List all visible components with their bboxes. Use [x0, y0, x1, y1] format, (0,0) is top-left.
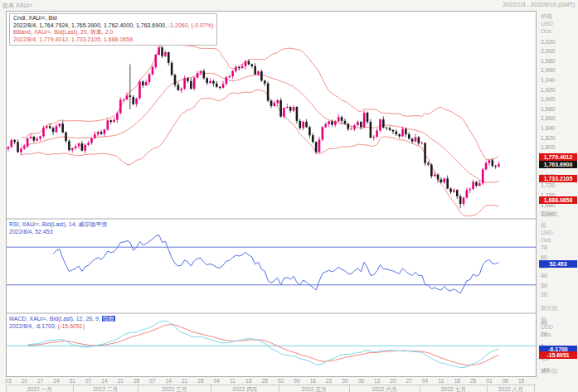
macd-axis-tick: 20 — [541, 332, 547, 338]
candle-change-values: -1.2060, (-0.07%) — [168, 22, 213, 28]
price-scale-mode-toggle[interactable]: 百分比 — [541, 211, 558, 217]
price-price-badge: 1,688.0658 — [539, 196, 577, 204]
price-axis-tick: 1,900 — [541, 96, 556, 103]
rsi-scale-mode-toggle[interactable]: 百分比 — [541, 305, 558, 312]
price-price-badge: 1,779.4012 — [539, 153, 577, 161]
time-axis-day-tick: 28 — [134, 378, 139, 384]
time-axis-month-label: 2022 七月 — [420, 385, 487, 392]
time-axis-day-tick: 25 — [470, 378, 476, 384]
time-axis-day-tick: 10 — [22, 378, 27, 384]
rsi-panel-legend[interactable]: RSI, XAU/=, Bid(Last), 14, 威尔德平滑 2022/8/… — [9, 221, 107, 235]
time-axis-day-tick: 20 — [390, 378, 396, 384]
rsi-values-line: 2022/8/4, 52.453 — [9, 229, 107, 236]
time-axis-day-tick: 07 — [85, 378, 91, 384]
rsi-price-badge: 52.453 — [539, 260, 577, 268]
time-axis-month-label: 2022 六月 — [349, 385, 420, 392]
time-axis-day-tick: 01 — [486, 378, 492, 384]
price-axis-tick: 1,840 — [541, 125, 556, 132]
macd-series-params: MACD, XAU/=, Bid(Last), 12, 26, 9, — [9, 316, 102, 322]
time-axis-day-tick: 30 — [342, 378, 347, 384]
rsi-axis-unit-label: Ozs — [541, 237, 551, 244]
price-axis-tick: 1,860 — [541, 115, 556, 122]
price-axis-tick: 1,920 — [541, 87, 556, 94]
price-axis-tick: 2,020 — [541, 39, 556, 46]
macd-price-badge: -15.6051 — [539, 351, 577, 359]
rsi-layer — [7, 235, 536, 293]
time-axis-day-tick: 21 — [182, 378, 187, 384]
price-price-badge: 1,763.6900 — [539, 161, 577, 168]
macd-method-chip: 指数 — [102, 316, 115, 322]
candle-ohlc-values: 2022/8/4, 1,764.7924, 1,765.3900, 1,762.… — [13, 22, 168, 28]
right-value-axis[interactable]: 价格USDOzs2,0202,0001,9801,9601,9401,9201,… — [539, 11, 578, 379]
time-axis-day-tick: 03 — [5, 378, 11, 384]
price-panel-legend[interactable]: Cndl, XAU/=, Bid 2022/8/4, 1,764.7924, 1… — [9, 13, 217, 46]
time-axis-day-tick: 06 — [358, 378, 364, 384]
rsi-axis-unit-label: 值 — [541, 222, 546, 229]
time-axis-day-tick: 16 — [310, 378, 316, 384]
time-axis-month-label: 2022 五月 — [279, 385, 349, 392]
time-axis-day-tick: 09 — [294, 378, 299, 384]
time-axis-day-tick: 14 — [101, 378, 107, 384]
rsi-series-label: RSI, XAU/=, Bid(Last), 14, 威尔德平滑 — [9, 221, 107, 229]
time-axis-month-label: 2022 一月 — [6, 385, 73, 392]
price-axis-unit-label: USD — [541, 21, 553, 27]
candles-layer — [7, 44, 500, 208]
price-axis-unit-label: 价格 — [541, 13, 552, 20]
candle-series-label: Cndl, XAU/=, Bid — [13, 15, 213, 22]
time-axis-month-label: 2022 三月 — [138, 385, 211, 392]
time-axis-month-label: 2022 八月 — [487, 385, 535, 392]
time-axis-day-tick: 14 — [166, 378, 172, 384]
macd-series-label: MACD, XAU/=, Bid(Last), 12, 26, 9, 指数 — [9, 316, 115, 323]
rsi-axis-tick: 30 — [541, 283, 547, 289]
price-axis-unit-label: Ozs — [541, 28, 551, 35]
macd-line-value: 2022/8/4, -6.1700, — [9, 323, 58, 329]
chart-window: 图表 XAU/= 2022/1/3 - 2022/8/16 (GMT) Cndl… — [0, 0, 578, 392]
price-axis-tick: 1,940 — [541, 77, 556, 84]
price-axis-tick: 1,960 — [541, 67, 556, 74]
rsi-axis-unit-label: USD — [541, 230, 553, 236]
bollinger-bands-layer — [21, 40, 498, 216]
time-axis-day-tick: 11 — [439, 378, 444, 384]
time-axis-day-tick: 27 — [406, 378, 412, 384]
time-axis[interactable]: 2022 一月2022 二月2022 三月2022 四月2022 五月2022 … — [6, 378, 537, 392]
time-axis-day-tick: 15 — [518, 378, 524, 384]
bband-series-label: BBand, XAU/=, Bid(Last), 20, 简单, 2.0 — [13, 29, 213, 36]
price-axis-tick: 1,820 — [541, 135, 556, 142]
macd-panel-legend[interactable]: MACD, XAU/=, Bid(Last), 12, 26, 9, 指数 20… — [9, 316, 115, 330]
rsi-axis-tick: 20 — [541, 292, 547, 298]
time-axis-day-tick: 31 — [70, 378, 75, 384]
time-axis-day-tick: 08 — [503, 378, 508, 384]
price-price-badge: 1,733.2105 — [539, 175, 577, 182]
macd-values-line: 2022/8/4, -6.1700, (-15.6051) — [9, 323, 115, 331]
macd-signal-value: (-15.6051) — [58, 323, 85, 329]
price-axis-tick: 1,880 — [541, 106, 556, 113]
time-axis-day-tick: 21 — [118, 378, 124, 384]
price-axis-tick: 2,000 — [541, 48, 556, 55]
candle-values-line: 2022/8/4, 1,764.7924, 1,765.3900, 1,762.… — [13, 22, 213, 30]
date-range-label: 2022/1/3 - 2022/8/16 (GMT) — [503, 2, 575, 7]
rsi-axis-tick: 70 — [541, 244, 547, 251]
time-axis-month-label: 2022 四月 — [211, 385, 278, 392]
time-axis-day-tick: 25 — [262, 378, 268, 384]
time-axis-month-label: 2022 二月 — [73, 385, 137, 392]
time-axis-day-tick: 18 — [245, 378, 251, 384]
window-title: 图表 XAU/= — [2, 2, 32, 10]
price-axis-tick: 1,980 — [541, 58, 556, 65]
time-axis-day-tick: 17 — [37, 378, 43, 384]
time-axis-day-tick: 02 — [278, 378, 284, 384]
price-axis-tick: 1,720 — [541, 182, 556, 189]
price-axis-tick: 1,800 — [541, 144, 556, 151]
bband-values-line: 2022/8/4, 1,779.4012, 1,733.2105, 1,688.… — [13, 36, 213, 44]
time-axis-day-tick: 04 — [214, 378, 220, 384]
time-axis-day-tick: 13 — [374, 378, 380, 384]
time-axis-day-tick: 23 — [326, 378, 332, 384]
rsi-axis-tick: 40 — [541, 273, 547, 279]
time-axis-day-tick: 28 — [197, 378, 203, 384]
time-axis-day-tick: 18 — [454, 378, 460, 384]
time-axis-day-tick: 04 — [422, 378, 428, 384]
time-axis-day-tick: 24 — [53, 378, 59, 384]
month-labels-row: 2022 一月2022 二月2022 三月2022 四月2022 五月2022 … — [6, 385, 537, 392]
time-axis-day-tick: 07 — [149, 378, 155, 384]
macd-axis-tick: 40 — [541, 320, 547, 327]
macd-scale-mode-toggle[interactable]: 百分比 — [541, 368, 558, 375]
